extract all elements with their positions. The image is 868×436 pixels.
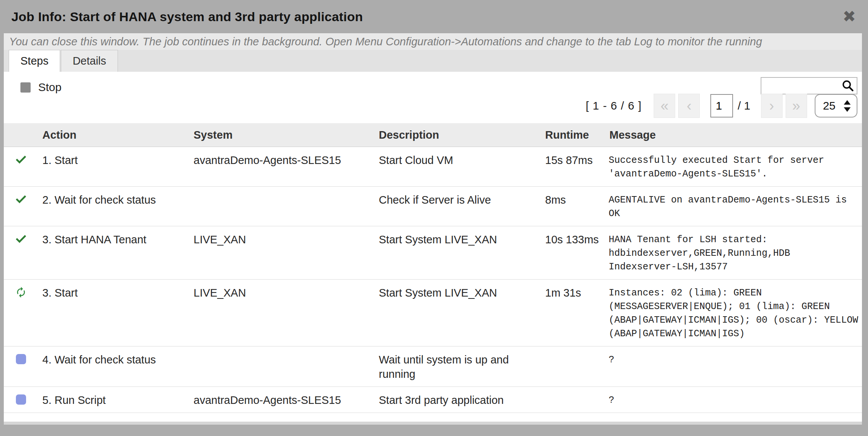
step-system [189, 187, 374, 226]
step-system [189, 346, 374, 387]
step-system: LIVE_XAN [189, 280, 374, 346]
step-action: 4. Wait for check status [38, 346, 189, 387]
step-action: 5. Run Script [38, 387, 189, 413]
page-count-label: / 1 [738, 99, 750, 112]
page-size-value: 25 [823, 99, 835, 112]
column-header-system: System [189, 123, 374, 147]
step-description: Check if Server is Alive [374, 187, 541, 226]
spinner-arrows-icon [844, 100, 851, 112]
tab-steps-label: Steps [20, 55, 48, 67]
column-header-message: Message [605, 123, 862, 147]
step-message: Successfully executed Start for server '… [605, 147, 862, 187]
search-icon[interactable] [842, 79, 854, 92]
step-description: Wait until system is up and running [374, 346, 541, 387]
page-size-select[interactable]: 25 [815, 94, 857, 118]
column-header-action: Action [38, 123, 189, 147]
steps-table-body: 1. Start avantraDemo-Agents-SLES15 Start… [4, 147, 862, 413]
tab-details[interactable]: Details [61, 50, 118, 72]
step-system: avantraDemo-Agents-SLES15 [189, 387, 374, 413]
table-toolbar: Stop [ 1 - 6 / 6 ] « ‹ / 1 › » [4, 72, 862, 119]
dialog-title: Job Info: Start of HANA system and 3rd p… [11, 9, 363, 24]
steps-table: Action System Description Runtime Messag… [4, 123, 862, 413]
table-row[interactable]: 4. Wait for check status Wait until syst… [4, 346, 862, 387]
close-icon[interactable]: ✖ [843, 9, 856, 25]
background-notice: You can close this window. The job conti… [4, 33, 862, 50]
stop-icon [20, 82, 31, 93]
stop-button[interactable]: Stop [20, 81, 62, 94]
step-message: Instances: 02 (lima): GREEN (MESSAGESERV… [605, 280, 862, 346]
table-row[interactable]: 3. Start LIVE_XAN Start System LIVE_XAN … [4, 280, 862, 346]
step-action: 2. Wait for check status [38, 187, 189, 226]
dialog-titlebar: Job Info: Start of HANA system and 3rd p… [0, 0, 868, 33]
step-message: AGENTALIVE on avantraDemo-Agents-SLES15 … [605, 187, 862, 226]
step-action: 1. Start [38, 147, 189, 187]
pagination-range: [ 1 - 6 / 6 ] [586, 99, 642, 112]
step-message: ? [605, 346, 862, 387]
table-row[interactable]: 2. Wait for check status Check if Server… [4, 187, 862, 226]
stop-button-label: Stop [38, 81, 62, 94]
table-row[interactable]: 1. Start avantraDemo-Agents-SLES15 Start… [4, 147, 862, 187]
step-runtime: 8ms [541, 187, 605, 226]
step-action: 3. Start HANA Tenant [38, 226, 189, 280]
table-search [761, 77, 857, 94]
step-runtime: 10s 133ms [541, 226, 605, 280]
column-header-status [4, 123, 38, 147]
step-message: HANA Tenant for LSH started: hdbindexser… [605, 226, 862, 280]
next-page-button[interactable]: › [761, 94, 783, 118]
table-row[interactable]: 5. Run Script avantraDemo-Agents-SLES15 … [4, 387, 862, 413]
table-row[interactable]: 3. Start HANA Tenant LIVE_XAN Start Syst… [4, 226, 862, 280]
step-runtime: 1m 31s [541, 280, 605, 346]
column-header-runtime: Runtime [541, 123, 605, 147]
step-description: Start Cloud VM [374, 147, 541, 187]
step-pending-icon [16, 395, 26, 407]
step-system: avantraDemo-Agents-SLES15 [189, 147, 374, 187]
step-description: Start System LIVE_XAN [374, 226, 541, 280]
tab-details-label: Details [73, 55, 106, 67]
first-page-button[interactable]: « [654, 94, 675, 118]
step-message: ? [605, 387, 862, 413]
step-runtime [541, 346, 605, 387]
step-success-check-icon [15, 235, 27, 247]
step-action: 3. Start [38, 280, 189, 346]
step-running-refresh-icon [15, 288, 27, 300]
table-header-row: Action System Description Runtime Messag… [4, 123, 862, 147]
last-page-button[interactable]: » [786, 94, 807, 118]
column-header-description: Description [374, 123, 541, 147]
step-success-check-icon [15, 156, 27, 168]
step-system: LIVE_XAN [189, 226, 374, 280]
step-description: Start System LIVE_XAN [374, 280, 541, 346]
prev-page-button[interactable]: ‹ [678, 94, 700, 118]
step-pending-icon [16, 354, 26, 366]
pagination-bar: [ 1 - 6 / 6 ] « ‹ / 1 › » 25 [586, 94, 857, 118]
step-success-check-icon [15, 195, 27, 207]
tab-steps[interactable]: Steps [9, 50, 60, 72]
dialog-body: You can close this window. The job conti… [4, 33, 862, 425]
step-runtime: 15s 87ms [541, 147, 605, 187]
steps-tab-content: Stop [ 1 - 6 / 6 ] « ‹ / 1 › » [4, 72, 862, 422]
job-info-dialog: Job Info: Start of HANA system and 3rd p… [0, 0, 868, 436]
tab-strip: Steps Details [4, 50, 862, 72]
step-description: Start 3rd party application [374, 387, 541, 413]
step-runtime [541, 387, 605, 413]
page-number-input[interactable] [710, 94, 733, 118]
search-input[interactable] [765, 80, 842, 92]
